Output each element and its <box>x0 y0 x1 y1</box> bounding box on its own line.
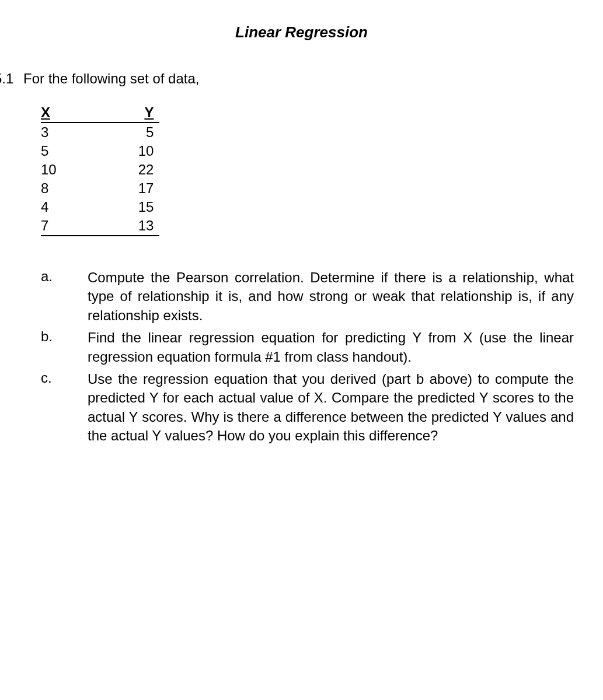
subpart-label: c. <box>41 370 88 386</box>
problem-number: 5.1 <box>0 71 23 87</box>
table-row: 3 5 <box>41 123 159 142</box>
table-header-x: X <box>41 104 62 123</box>
subpart-label: b. <box>41 328 88 345</box>
table-header-row: X Y <box>41 104 159 123</box>
table-row: 8 17 <box>41 179 159 198</box>
table-row: 7 13 <box>41 216 159 236</box>
problem: 5.1 For the following set of data, X Y 3… <box>0 71 574 449</box>
subpart-c: c. Use the regression equation that you … <box>41 370 574 446</box>
subpart-text: Compute the Pearson correlation. Determi… <box>88 268 574 325</box>
subpart-text: Find the linear regression equation for … <box>88 328 574 366</box>
table-cell-x: 7 <box>41 216 62 236</box>
problem-body: For the following set of data, X Y 3 5 5… <box>23 71 574 449</box>
subpart-b: b. Find the linear regression equation f… <box>41 328 574 366</box>
table-cell-x: 3 <box>41 123 62 142</box>
table-cell-y: 17 <box>62 179 160 198</box>
table-row: 5 10 <box>41 142 159 160</box>
table-row: 4 15 <box>41 198 159 216</box>
table-row: 10 22 <box>41 160 159 179</box>
table-cell-y: 22 <box>62 160 160 179</box>
subpart-label: a. <box>41 268 88 285</box>
subparts-list: a. Compute the Pearson correlation. Dete… <box>41 268 574 446</box>
table-cell-x: 8 <box>41 179 62 198</box>
subpart-a: a. Compute the Pearson correlation. Dete… <box>41 268 574 325</box>
table-cell-y: 13 <box>62 216 160 236</box>
subpart-text: Use the regression equation that you der… <box>88 370 574 446</box>
table-cell-y: 5 <box>62 123 160 142</box>
table-cell-y: 10 <box>62 142 160 160</box>
table-cell-x: 4 <box>41 198 62 216</box>
table-header-y: Y <box>62 104 160 123</box>
data-table: X Y 3 5 5 10 10 22 8 17 <box>41 104 159 236</box>
table-cell-y: 15 <box>62 198 160 216</box>
table-cell-x: 10 <box>41 160 62 179</box>
table-cell-x: 5 <box>41 142 62 160</box>
page-title: Linear Regression <box>29 23 574 41</box>
problem-prompt: For the following set of data, <box>23 71 574 87</box>
